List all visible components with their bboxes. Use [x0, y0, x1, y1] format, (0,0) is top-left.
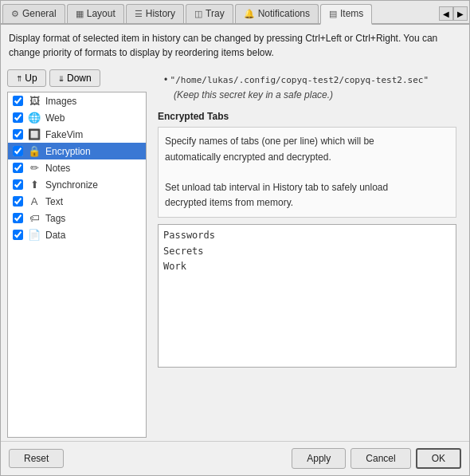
- tab-tray[interactable]: ◫ Tray: [186, 4, 233, 23]
- tab-notifications-label: Notifications: [258, 8, 310, 19]
- checkbox-synchronize[interactable]: [13, 179, 23, 190]
- item-label-synchronize: Synchronize: [45, 179, 141, 191]
- tab-history[interactable]: ☰ History: [126, 4, 184, 23]
- list-item-web[interactable]: 🌐Web: [8, 109, 146, 126]
- tab-notifications[interactable]: 🔔 Notifications: [235, 4, 319, 23]
- down-button-label: ↓ Down: [60, 73, 92, 84]
- item-label-web: Web: [45, 112, 141, 124]
- bottom-left: Reset: [9, 449, 64, 468]
- tab-layout-label: Layout: [87, 8, 116, 19]
- tab-general[interactable]: ⚙ General: [2, 4, 65, 23]
- bullet-icon: •: [164, 74, 167, 85]
- tags-icon: 🏷: [28, 212, 41, 224]
- encrypted-tabs-description: Specify names of tabs (one per line) whi…: [158, 127, 456, 218]
- encryption-content: • "/home/lukas/.config/copyq-test2/copyq…: [153, 69, 461, 373]
- cancel-button[interactable]: Cancel: [351, 448, 410, 469]
- checkbox-images[interactable]: [13, 96, 23, 106]
- web-icon: 🌐: [28, 112, 41, 124]
- up-down-buttons: ↑ ↑ Up ↓ ↓ Down: [7, 69, 147, 87]
- description-text: Display format of selected item in histo…: [1, 25, 469, 66]
- item-label-fakevim: FakeVim: [45, 129, 141, 140]
- notes-icon: ✏: [28, 162, 41, 174]
- main-content: ↑ ↑ Up ↓ ↓ Down 🖼Images🌐Web🔲FakeVim🔒Encr…: [1, 66, 469, 441]
- item-label-notes: Notes: [45, 163, 141, 174]
- list-item-text[interactable]: AText: [8, 193, 146, 210]
- up-button[interactable]: ↑ ↑ Up: [7, 69, 46, 87]
- text-icon: A: [28, 195, 41, 207]
- desc-line3: Set unload tab interval in History tab t…: [165, 182, 388, 193]
- item-label-tags: Tags: [45, 213, 141, 224]
- list-item-tags[interactable]: 🏷Tags: [8, 210, 146, 226]
- tab-prev-button[interactable]: ◀: [439, 6, 453, 21]
- tab-history-label: History: [146, 8, 175, 19]
- history-icon: ☰: [135, 9, 143, 19]
- encryption-icon: 🔒: [28, 145, 41, 157]
- checkbox-web[interactable]: [13, 112, 23, 123]
- fakevim-icon: 🔲: [28, 128, 41, 140]
- images-icon: 🖼: [28, 95, 41, 107]
- synchronize-icon: ⬆: [28, 179, 41, 191]
- item-label-encryption: Encryption: [45, 146, 141, 157]
- list-item-encryption[interactable]: 🔒Encryption: [8, 143, 146, 159]
- description-content: Display format of selected item in histo…: [9, 33, 437, 58]
- checkbox-encryption[interactable]: [13, 146, 23, 156]
- layout-icon: ▦: [76, 9, 84, 19]
- list-item-fakevim[interactable]: 🔲FakeVim: [8, 126, 146, 143]
- tab-items[interactable]: ▤ Items: [320, 4, 372, 25]
- right-panel: • "/home/lukas/.config/copyq-test2/copyq…: [153, 69, 463, 438]
- list-item-images[interactable]: 🖼Images: [8, 92, 146, 109]
- tab-nav-arrows: ◀ ▶: [439, 6, 468, 21]
- bottom-bar: Reset Apply Cancel OK: [1, 441, 469, 475]
- tray-icon: ◫: [194, 9, 202, 19]
- key-path-note: (Keep this secret key in a safe place.): [164, 89, 333, 100]
- ok-button[interactable]: OK: [416, 448, 461, 469]
- list-item-synchronize[interactable]: ⬆Synchronize: [8, 176, 146, 193]
- tab-layout[interactable]: ▦ Layout: [67, 4, 124, 23]
- tab-next-button[interactable]: ▶: [453, 6, 468, 21]
- down-button[interactable]: ↓ ↓ Down: [49, 69, 100, 87]
- notifications-icon: 🔔: [244, 9, 255, 19]
- items-list: 🖼Images🌐Web🔲FakeVim🔒Encryption✏Notes⬆Syn…: [7, 92, 147, 438]
- right-scroll-container[interactable]: • "/home/lukas/.config/copyq-test2/copyq…: [153, 69, 463, 438]
- desc-line1: Specify names of tabs (one per line) whi…: [165, 136, 374, 147]
- checkbox-data[interactable]: [13, 230, 23, 240]
- desc-line2: automatically encrypted and decrypted.: [165, 151, 331, 163]
- tab-bar: ⚙ General ▦ Layout ☰ History ◫ Tray 🔔 No…: [1, 1, 469, 25]
- key-path-text: "/home/lukas/.config/copyq-test2/copyq-t…: [170, 75, 429, 85]
- tab-items-label: Items: [340, 8, 363, 19]
- list-item-data[interactable]: 📄Data: [8, 226, 146, 243]
- encrypted-tabs-textarea[interactable]: [158, 224, 456, 368]
- encrypted-tabs-title: Encrypted Tabs: [158, 111, 456, 122]
- bottom-right: Apply Cancel OK: [292, 448, 461, 469]
- dialog: ⚙ General ▦ Layout ☰ History ◫ Tray 🔔 No…: [0, 0, 470, 476]
- checkbox-text[interactable]: [13, 196, 23, 207]
- checkbox-fakevim[interactable]: [13, 129, 23, 140]
- apply-button[interactable]: Apply: [292, 448, 346, 469]
- tab-general-label: General: [22, 8, 57, 19]
- item-label-text: Text: [45, 196, 141, 207]
- checkbox-notes[interactable]: [13, 163, 23, 173]
- items-icon: ▤: [329, 9, 337, 19]
- checkbox-tags[interactable]: [13, 213, 23, 223]
- reset-button[interactable]: Reset: [9, 449, 64, 468]
- data-icon: 📄: [28, 229, 41, 241]
- left-panel: ↑ ↑ Up ↓ ↓ Down 🖼Images🌐Web🔲FakeVim🔒Encr…: [7, 69, 147, 438]
- list-item-notes[interactable]: ✏Notes: [8, 159, 146, 176]
- desc-line4: decrypted items from memory.: [165, 197, 293, 208]
- key-path: • "/home/lukas/.config/copyq-test2/copyq…: [158, 73, 456, 103]
- tab-tray-label: Tray: [206, 8, 225, 19]
- up-button-label: ↑ Up: [18, 73, 37, 84]
- item-label-data: Data: [45, 230, 141, 241]
- item-label-images: Images: [45, 96, 141, 107]
- general-icon: ⚙: [11, 9, 19, 19]
